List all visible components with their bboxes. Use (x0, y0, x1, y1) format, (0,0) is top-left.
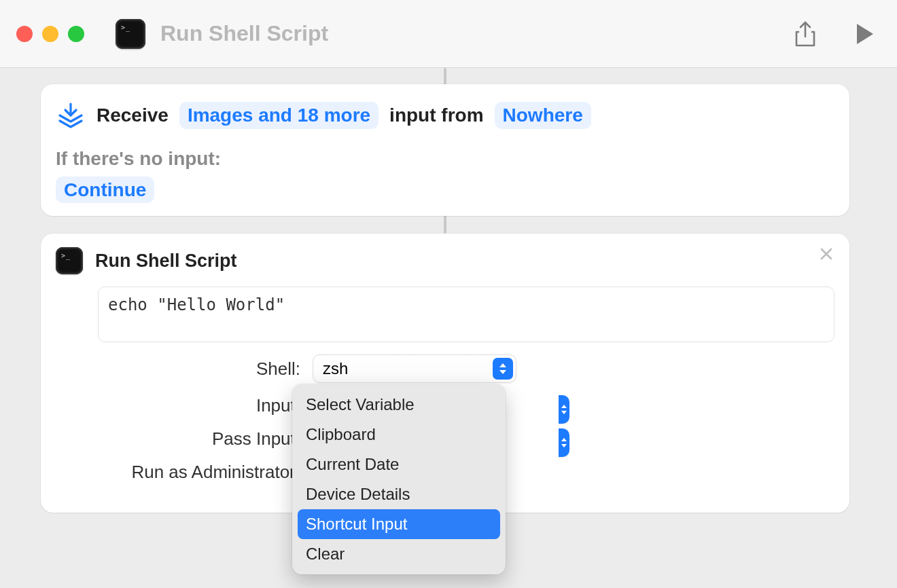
close-icon[interactable] (820, 247, 833, 265)
window-title: Run Shell Script (160, 21, 328, 46)
shell-select[interactable]: zsh (313, 354, 516, 383)
chevron-updown-icon[interactable] (559, 395, 569, 424)
titlebar: Run Shell Script (0, 0, 897, 68)
minimize-window-button[interactable] (42, 26, 58, 42)
receive-label: Receive (96, 105, 169, 126)
input-label: Input: (98, 395, 313, 416)
share-icon[interactable] (794, 20, 817, 48)
action-title: Run Shell Script (95, 251, 237, 272)
close-window-button[interactable] (16, 26, 33, 42)
input-types-chip[interactable]: Images and 18 more (179, 102, 379, 129)
shell-value: zsh (323, 359, 348, 378)
menu-item-select-variable[interactable]: Select Variable (298, 390, 500, 420)
shell-row: Shell: zsh (98, 354, 834, 383)
pass-input-label: Pass Input: (98, 428, 313, 449)
zoom-window-button[interactable] (68, 26, 84, 42)
flow-connector (444, 68, 446, 86)
menu-item-device-details[interactable]: Device Details (298, 479, 500, 509)
no-input-action-chip[interactable]: Continue (56, 177, 154, 203)
run-icon[interactable] (855, 22, 875, 45)
terminal-icon (116, 19, 145, 49)
run-as-admin-label: Run as Administrator: (98, 462, 313, 483)
terminal-icon (56, 247, 83, 274)
menu-item-shortcut-input[interactable]: Shortcut Input (298, 509, 500, 539)
receive-row: Receive Images and 18 more input from No… (56, 100, 834, 130)
receive-input-card: Receive Images and 18 more input from No… (41, 84, 849, 216)
menu-item-current-date[interactable]: Current Date (298, 449, 500, 479)
chevron-updown-icon[interactable] (559, 428, 569, 457)
menu-item-clipboard[interactable]: Clipboard (298, 420, 500, 449)
input-source-chip[interactable]: Nowhere (495, 102, 591, 129)
chevron-updown-icon (493, 358, 513, 380)
window-controls (16, 26, 84, 42)
input-icon (56, 100, 86, 130)
menu-item-clear[interactable]: Clear (298, 539, 500, 569)
script-textarea[interactable]: echo "Hello World" (98, 287, 834, 342)
receive-mid-label: input from (389, 105, 483, 126)
input-variable-menu[interactable]: Select VariableClipboardCurrent DateDevi… (292, 384, 506, 574)
shell-label: Shell: (98, 359, 313, 380)
titlebar-actions (794, 0, 875, 67)
no-input-label: If there's no input: (56, 148, 834, 170)
